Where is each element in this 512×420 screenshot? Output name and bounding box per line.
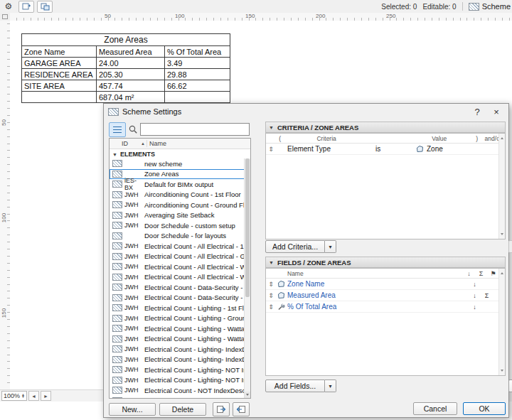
scroll-down-icon[interactable] [245, 392, 250, 398]
scheme-list-item[interactable]: JWHElectrical Count - Data-Security - Gr… [110, 293, 245, 303]
list-view-toggle[interactable] [109, 122, 126, 137]
criteria-row[interactable]: ⇕Element TypeisZone [266, 144, 505, 155]
field-row[interactable]: ⇕Measured Area↓Σ [266, 290, 505, 301]
list-scrollbar[interactable] [244, 158, 250, 398]
scheme-list-item[interactable]: JWHAveraging Site Setback [110, 210, 245, 221]
field-name: % Of Total Area [286, 303, 469, 311]
schedule-cell: 457.74 [97, 80, 165, 92]
scheme-list-item[interactable]: JWHElectrical Count - All Electrical - W… [110, 262, 245, 272]
field-sort-icon[interactable]: ↓ [469, 281, 481, 288]
pan-right-button[interactable]: ► [41, 391, 51, 401]
schedule-icon [112, 345, 122, 352]
layout-grid-alt-icon[interactable] [37, 1, 53, 13]
scheme-list-item[interactable]: JWHElectrical Count - NOT IndexDescrip..… [110, 385, 245, 396]
pan-left-button[interactable]: ◄ [28, 391, 39, 401]
export-schemes-button[interactable] [233, 402, 250, 416]
delete-scheme-button[interactable]: Delete [159, 403, 206, 416]
field-sort-icon[interactable]: ↓ [469, 292, 481, 299]
scheme-list-item[interactable]: JWHElectrical Count - Lighting - 1st Flo… [110, 303, 245, 313]
scheme-panel-header[interactable]: Scheme [469, 2, 511, 11]
scheme-list-item[interactable]: JWHElectrical Count - All Electrical - 1… [110, 241, 245, 252]
schedule-icon [112, 284, 122, 291]
drag-handle-icon[interactable]: ⇕ [266, 146, 276, 153]
scheme-list-item[interactable]: JWHDoor Schedule - custom setup [110, 220, 245, 231]
scheme-list-item[interactable]: JWHElectrical Count - All Electrical - W… [110, 272, 245, 283]
fields-section-header[interactable]: ▼ FIELDS / ZONE AREAS [265, 257, 506, 268]
add-criteria-button[interactable]: Add Criteria... [265, 240, 325, 253]
scheme-list-item[interactable]: JWHElectrical Count - Lighting- IndexDe.… [110, 344, 245, 355]
scheme-list-item[interactable]: JWHElectrical Count - Lighting - Wattag.… [110, 334, 245, 345]
scheme-name: Electrical Count - All Electrical - 1st … [144, 242, 244, 250]
scheme-list-item[interactable]: JWHElectrical Count - Lighting - Ground.… [110, 313, 245, 324]
field-row[interactable]: ⇕Zone Name↓ [266, 279, 505, 290]
toolbar-separator [462, 2, 463, 11]
scheme-list-item[interactable]: iES-BXDefault for BIMx output [110, 179, 245, 190]
schedule-cell: 205.30 [97, 69, 165, 80]
scheme-list-item[interactable]: JWHElectrical Count - Data-Security - 1s… [110, 282, 245, 293]
scheme-list-item[interactable]: JWHElectrical Count - NOT IndexDescrip..… [110, 396, 245, 399]
ok-button[interactable]: OK [463, 402, 506, 415]
criteria-section-header[interactable]: ▼ CRITERIA / ZONE AREAS [265, 122, 506, 133]
column-header-name[interactable]: Name [146, 140, 250, 147]
sort-column-icon[interactable]: ↓ [463, 270, 475, 277]
criteria-scrollbar[interactable] [498, 134, 505, 239]
value-cell: Zone [415, 145, 483, 154]
scheme-search-input[interactable] [140, 123, 250, 136]
schedule-row: GARAGE AREA24.003.49 [22, 58, 230, 69]
scheme-list-item[interactable]: JWHAirconditioning Count - 1st Floor [110, 190, 245, 200]
layout-grid-icon[interactable] [18, 1, 34, 13]
flag-column-icon[interactable]: ⚑ [487, 270, 499, 277]
schedule-row: RESIDENCE AREA205.3029.88 [22, 69, 230, 80]
field-row[interactable]: ⇕% Of Total Area↓ [266, 301, 505, 313]
sort-ascending-icon: ▲ [141, 141, 146, 146]
col-paren-open: ( [276, 135, 284, 142]
drag-handle-icon[interactable]: ⇕ [266, 281, 276, 288]
cancel-button[interactable]: Cancel [413, 402, 457, 415]
column-header-id[interactable]: ID [122, 140, 141, 147]
value-text: Zone [427, 145, 443, 153]
ruler-label: 50 [1, 117, 7, 129]
settings-gear-icon[interactable]: ⚙ [1, 1, 16, 12]
zoom-spinner-icon[interactable]: ▲▼ [21, 394, 25, 398]
add-criteria-dropdown-icon[interactable]: ▾ [325, 240, 336, 253]
drag-handle-icon[interactable]: ⇕ [266, 292, 276, 299]
close-button[interactable]: × [489, 105, 504, 118]
sum-column-icon[interactable]: Σ [475, 270, 487, 277]
dialog-titlebar[interactable]: Scheme Settings ? × [104, 104, 508, 119]
help-button[interactable]: ? [469, 105, 485, 118]
criteria-header-label: CRITERIA / ZONE AREAS [277, 124, 358, 131]
scheme-name: Electrical Count - NOT IndexDescrip... [144, 387, 244, 394]
import-schemes-button[interactable] [213, 402, 230, 416]
list-column-headers: ID ▲ Name [110, 139, 250, 149]
scheme-list-item[interactable]: JWHAirconditioning Count - Ground Flo... [110, 200, 245, 210]
schedule-icon [112, 356, 122, 363]
scheme-list-item[interactable]: JWHElectrical Count - Lighting- IndexDe.… [110, 355, 245, 365]
scheme-name: Electrical Count - Lighting- IndexDe... [144, 345, 244, 353]
scheme-list-item[interactable]: Door Schedule - for layouts [110, 231, 245, 242]
scheme-list-item[interactable]: JWHElectrical Count - Lighting- NOT Ind.… [110, 365, 245, 375]
zoom-control[interactable]: 100% ▲▼ [1, 391, 27, 401]
scheme-list-item[interactable]: JWHElectrical Count - Lighting - Wattag.… [110, 323, 245, 334]
scheme-list-item[interactable]: JWHElectrical Count - Lighting- NOT Ind.… [110, 375, 245, 386]
add-fields-dropdown-icon[interactable]: ▾ [325, 379, 336, 392]
remove-criteria-button[interactable]: Remove [508, 240, 512, 253]
field-sort-icon[interactable]: ↓ [469, 303, 481, 311]
schedule-icon [112, 263, 122, 270]
schedule-col-header: % Of Total Area [165, 46, 230, 58]
new-scheme-button[interactable]: New... [109, 403, 156, 416]
elements-group-row[interactable]: ▼ ELEMENTS [110, 149, 250, 159]
field-name: Zone Name [286, 280, 469, 288]
field-sum-icon[interactable]: Σ [481, 292, 493, 299]
schedule-icon [112, 377, 122, 384]
schedule-cell: 66.62 [165, 80, 230, 92]
scrollbar-thumb[interactable] [245, 158, 250, 297]
editable-count: Editable: 0 [422, 3, 456, 11]
schedule-icon [112, 191, 122, 198]
scheme-settings-dialog: Scheme Settings ? × ID ▲ Name ▼ ELEMENTS [103, 103, 509, 418]
drag-handle-icon[interactable]: ⇕ [266, 303, 276, 311]
add-fields-button[interactable]: Add Fields... [265, 379, 325, 392]
scheme-list-item[interactable]: JWHElectrical Count - All Electrical - G… [110, 252, 245, 262]
scheme-list-item[interactable]: new scheme [110, 158, 245, 169]
remove-field-button[interactable]: Remove [508, 379, 512, 392]
fields-scrollbar[interactable] [498, 269, 505, 375]
